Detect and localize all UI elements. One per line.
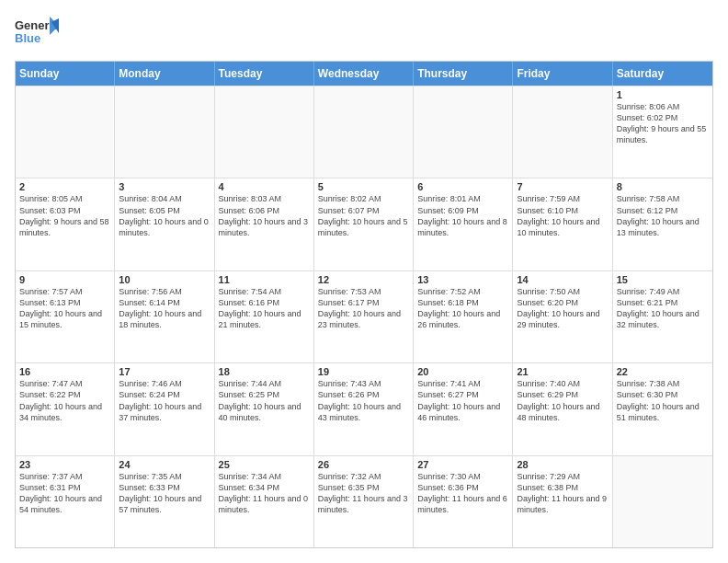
day-detail: Sunrise: 8:03 AM Sunset: 6:06 PM Dayligh… [219,193,310,238]
logo: General Blue [15,15,59,52]
day-detail: Sunrise: 7:37 AM Sunset: 6:31 PM Dayligh… [19,471,110,516]
day-cell-empty [513,86,612,178]
day-detail: Sunrise: 7:49 AM Sunset: 6:21 PM Dayligh… [617,286,709,331]
day-cell-empty [314,86,414,178]
day-detail: Sunrise: 7:30 AM Sunset: 6:36 PM Dayligh… [417,471,508,516]
day-detail: Sunrise: 8:02 AM Sunset: 6:07 PM Dayligh… [318,193,409,238]
day-number: 25 [219,459,310,470]
day-number: 17 [119,366,210,377]
day-header-tuesday: Tuesday [215,62,314,86]
day-number: 6 [417,181,508,192]
day-header-thursday: Thursday [414,62,513,86]
week-row-4: 16Sunrise: 7:47 AM Sunset: 6:22 PM Dayli… [16,362,712,454]
week-row-1: 1Sunrise: 8:06 AM Sunset: 6:02 PM Daylig… [16,86,712,178]
day-cell-26: 26Sunrise: 7:32 AM Sunset: 6:35 PM Dayli… [314,456,414,547]
day-number: 16 [19,366,110,377]
day-cell-21: 21Sunrise: 7:40 AM Sunset: 6:29 PM Dayli… [513,363,612,454]
day-cell-10: 10Sunrise: 7:56 AM Sunset: 6:14 PM Dayli… [115,271,214,362]
day-cell-3: 3Sunrise: 8:04 AM Sunset: 6:05 PM Daylig… [115,178,214,270]
day-cell-9: 9Sunrise: 7:57 AM Sunset: 6:13 PM Daylig… [16,271,115,362]
day-header-wednesday: Wednesday [314,62,414,86]
day-detail: Sunrise: 7:59 AM Sunset: 6:10 PM Dayligh… [517,193,608,238]
day-number: 23 [19,459,110,470]
day-cell-14: 14Sunrise: 7:50 AM Sunset: 6:20 PM Dayli… [513,271,612,362]
day-detail: Sunrise: 8:06 AM Sunset: 6:02 PM Dayligh… [617,101,709,146]
day-detail: Sunrise: 7:44 AM Sunset: 6:25 PM Dayligh… [219,378,310,423]
day-cell-27: 27Sunrise: 7:30 AM Sunset: 6:36 PM Dayli… [414,456,513,547]
day-cell-4: 4Sunrise: 8:03 AM Sunset: 6:06 PM Daylig… [215,178,314,270]
day-number: 15 [617,274,709,285]
day-cell-2: 2Sunrise: 8:05 AM Sunset: 6:03 PM Daylig… [16,178,115,270]
day-detail: Sunrise: 7:34 AM Sunset: 6:34 PM Dayligh… [219,471,310,516]
day-number: 5 [318,181,409,192]
day-cell-1: 1Sunrise: 8:06 AM Sunset: 6:02 PM Daylig… [613,86,712,178]
day-number: 22 [617,366,709,377]
day-cell-22: 22Sunrise: 7:38 AM Sunset: 6:30 PM Dayli… [613,363,712,454]
day-detail: Sunrise: 7:52 AM Sunset: 6:18 PM Dayligh… [417,286,508,331]
day-number: 4 [219,181,310,192]
day-number: 2 [19,181,110,192]
day-number: 26 [318,459,409,470]
day-cell-28: 28Sunrise: 7:29 AM Sunset: 6:38 PM Dayli… [513,456,612,547]
header: General Blue [15,15,713,52]
day-number: 3 [119,181,210,192]
day-detail: Sunrise: 7:41 AM Sunset: 6:27 PM Dayligh… [417,378,508,423]
day-cell-7: 7Sunrise: 7:59 AM Sunset: 6:10 PM Daylig… [513,178,612,270]
day-detail: Sunrise: 7:43 AM Sunset: 6:26 PM Dayligh… [318,378,409,423]
day-cell-8: 8Sunrise: 7:58 AM Sunset: 6:12 PM Daylig… [613,178,712,270]
day-cell-empty [115,86,214,178]
day-cell-empty [414,86,513,178]
day-cell-empty [613,456,712,547]
day-number: 8 [617,181,709,192]
page: General Blue SundayMondayTuesdayWednesda… [0,0,728,563]
day-cell-13: 13Sunrise: 7:52 AM Sunset: 6:18 PM Dayli… [414,271,513,362]
day-detail: Sunrise: 7:56 AM Sunset: 6:14 PM Dayligh… [119,286,210,331]
week-row-3: 9Sunrise: 7:57 AM Sunset: 6:13 PM Daylig… [16,270,712,362]
day-cell-25: 25Sunrise: 7:34 AM Sunset: 6:34 PM Dayli… [215,456,314,547]
day-number: 18 [219,366,310,377]
day-cell-11: 11Sunrise: 7:54 AM Sunset: 6:16 PM Dayli… [215,271,314,362]
day-number: 1 [617,89,709,100]
day-detail: Sunrise: 8:05 AM Sunset: 6:03 PM Dayligh… [19,193,110,238]
day-header-monday: Monday [115,62,214,86]
day-cell-5: 5Sunrise: 8:02 AM Sunset: 6:07 PM Daylig… [314,178,414,270]
day-cell-20: 20Sunrise: 7:41 AM Sunset: 6:27 PM Dayli… [414,363,513,454]
day-cell-6: 6Sunrise: 8:01 AM Sunset: 6:09 PM Daylig… [414,178,513,270]
day-detail: Sunrise: 7:29 AM Sunset: 6:38 PM Dayligh… [517,471,608,516]
day-cell-19: 19Sunrise: 7:43 AM Sunset: 6:26 PM Dayli… [314,363,414,454]
day-number: 10 [119,274,210,285]
day-detail: Sunrise: 7:57 AM Sunset: 6:13 PM Dayligh… [19,286,110,331]
day-detail: Sunrise: 7:40 AM Sunset: 6:29 PM Dayligh… [517,378,608,423]
day-number: 24 [119,459,210,470]
week-row-5: 23Sunrise: 7:37 AM Sunset: 6:31 PM Dayli… [16,455,712,547]
svg-text:Blue: Blue [15,31,40,45]
day-cell-empty [215,86,314,178]
day-cell-23: 23Sunrise: 7:37 AM Sunset: 6:31 PM Dayli… [16,456,115,547]
day-cell-18: 18Sunrise: 7:44 AM Sunset: 6:25 PM Dayli… [215,363,314,454]
day-header-sunday: Sunday [16,62,115,86]
day-number: 28 [517,459,608,470]
day-number: 14 [517,274,608,285]
day-number: 21 [517,366,608,377]
day-number: 20 [417,366,508,377]
day-cell-24: 24Sunrise: 7:35 AM Sunset: 6:33 PM Dayli… [115,456,214,547]
day-detail: Sunrise: 7:53 AM Sunset: 6:17 PM Dayligh… [318,286,409,331]
day-number: 11 [219,274,310,285]
week-row-2: 2Sunrise: 8:05 AM Sunset: 6:03 PM Daylig… [16,178,712,270]
day-detail: Sunrise: 7:50 AM Sunset: 6:20 PM Dayligh… [517,286,608,331]
calendar: SundayMondayTuesdayWednesdayThursdayFrid… [15,61,713,548]
day-detail: Sunrise: 8:04 AM Sunset: 6:05 PM Dayligh… [119,193,210,238]
day-number: 13 [417,274,508,285]
day-detail: Sunrise: 7:58 AM Sunset: 6:12 PM Dayligh… [617,193,709,238]
day-header-friday: Friday [513,62,612,86]
day-cell-empty [16,86,115,178]
day-detail: Sunrise: 7:35 AM Sunset: 6:33 PM Dayligh… [119,471,210,516]
day-detail: Sunrise: 7:38 AM Sunset: 6:30 PM Dayligh… [617,378,709,423]
day-cell-12: 12Sunrise: 7:53 AM Sunset: 6:17 PM Dayli… [314,271,414,362]
calendar-body: 1Sunrise: 8:06 AM Sunset: 6:02 PM Daylig… [16,86,712,547]
calendar-header: SundayMondayTuesdayWednesdayThursdayFrid… [16,62,712,86]
day-detail: Sunrise: 7:47 AM Sunset: 6:22 PM Dayligh… [19,378,110,423]
day-number: 27 [417,459,508,470]
day-cell-17: 17Sunrise: 7:46 AM Sunset: 6:24 PM Dayli… [115,363,214,454]
day-number: 9 [19,274,110,285]
